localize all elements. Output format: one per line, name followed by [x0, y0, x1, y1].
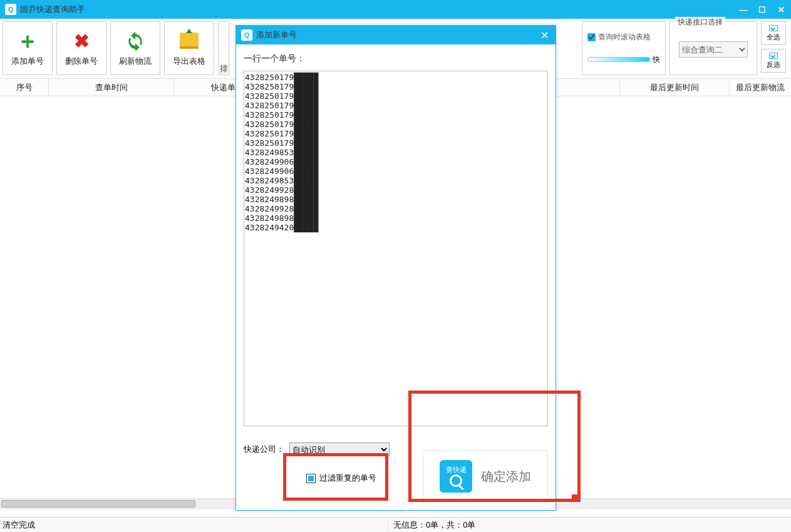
- truncated-button[interactable]: 排: [218, 21, 229, 75]
- interface-legend: 快递接口选择: [675, 17, 725, 28]
- window-title: 固乔快递查询助手: [20, 4, 738, 15]
- close-button[interactable]: ✕: [776, 4, 786, 14]
- options-group: 查询时滚动表格 快: [582, 21, 666, 75]
- speed-slider[interactable]: 快: [587, 54, 660, 65]
- invert-selection-button[interactable]: 反选: [761, 49, 786, 73]
- export-table-button[interactable]: 导出表格: [164, 21, 214, 75]
- search-package-icon: 查快递: [440, 460, 472, 493]
- interface-select[interactable]: 综合查询二: [679, 41, 748, 58]
- select-all-button[interactable]: 全选: [761, 21, 786, 45]
- maximize-button[interactable]: ☐: [757, 4, 767, 14]
- dialog-close-button[interactable]: ✕: [538, 29, 551, 41]
- plus-icon: ＋: [16, 29, 39, 52]
- x-icon: ✖: [70, 29, 93, 52]
- dialog-hint: 一行一个单号：: [244, 53, 548, 64]
- scroll-on-query-checkbox[interactable]: 查询时滚动表格: [587, 32, 660, 43]
- col-last-logistics[interactable]: 最后更新物流: [730, 79, 791, 96]
- add-tracking-button[interactable]: ＋ 添加单号: [3, 21, 53, 75]
- status-mid: 无信息：0单，共：0单: [388, 519, 475, 531]
- slider-track[interactable]: [587, 57, 650, 62]
- checkbox-icon: [769, 53, 778, 59]
- confirm-add-button[interactable]: 查快递 确定添加: [423, 450, 548, 503]
- minimize-button[interactable]: —: [738, 4, 748, 14]
- refresh-label: 刷新物流: [119, 56, 152, 67]
- app-icon: Q: [241, 29, 252, 41]
- refresh-logistics-button[interactable]: 刷新物流: [110, 21, 160, 75]
- confirm-label: 确定添加: [481, 468, 531, 485]
- dialog-title-bar: Q 添加新单号 ✕: [236, 26, 556, 44]
- checkbox-icon: [769, 25, 778, 31]
- export-label: 导出表格: [173, 56, 205, 67]
- add-label: 添加单号: [11, 56, 44, 67]
- delete-tracking-button[interactable]: ✖ 删除单号: [56, 21, 106, 75]
- tracking-numbers-textarea[interactable]: [244, 71, 548, 426]
- dialog-title: 添加新单号: [256, 29, 538, 41]
- invert-label: 反选: [767, 60, 780, 69]
- checkbox-icon: [306, 474, 316, 483]
- filter-label: 过滤重复的单号: [319, 473, 376, 484]
- status-bar: 清空完成 无信息：0单，共：0单: [0, 517, 791, 532]
- select-all-label: 全选: [767, 33, 780, 42]
- refresh-icon: [124, 29, 147, 52]
- icon-text: 查快递: [446, 466, 467, 473]
- company-label: 快递公司：: [244, 444, 284, 455]
- col-seq[interactable]: 序号: [0, 79, 49, 96]
- scrollbar-thumb[interactable]: [1, 500, 195, 508]
- title-bar: Q 固乔快递查询助手 — ☐ ✕: [0, 0, 791, 19]
- company-select[interactable]: 自动识别: [289, 442, 390, 456]
- filter-duplicate-checkbox[interactable]: 过滤重复的单号: [292, 461, 390, 495]
- scroll-checkbox-input[interactable]: [587, 33, 596, 41]
- add-tracking-dialog: Q 添加新单号 ✕ 一行一个单号： 快递公司： 自动识别 过滤重复的单号 查快递…: [235, 25, 556, 511]
- scroll-label: 查询时滚动表格: [598, 32, 651, 43]
- app-icon: Q: [5, 4, 16, 15]
- interface-group: 快递接口选择 综合查询二: [670, 21, 757, 75]
- export-icon: [178, 29, 200, 52]
- truncated-label: 排: [220, 63, 228, 74]
- speed-label: 快: [653, 54, 660, 65]
- col-query-time[interactable]: 查单时间: [49, 79, 174, 96]
- delete-label: 删除单号: [65, 56, 98, 67]
- col-last-update[interactable]: 最后更新时间: [620, 79, 730, 96]
- status-left: 清空完成: [3, 519, 388, 531]
